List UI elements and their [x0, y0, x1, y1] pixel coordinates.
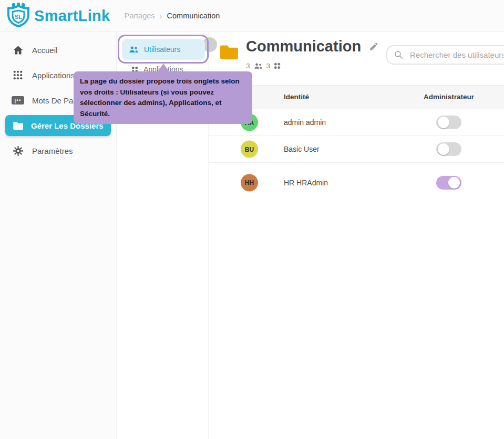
folder-stats: 3 3: [246, 62, 281, 70]
tour-tooltip: La page du dossier propose trois onglets…: [74, 71, 252, 124]
sidebar-item-parametres[interactable]: Paramètres: [0, 138, 116, 163]
avatar: HH: [241, 174, 258, 191]
app-window: SL SmartLink Partages › Communication Ac…: [0, 0, 504, 439]
search-box: [386, 45, 504, 65]
smartlink-shield-logo-icon: SL: [4, 3, 33, 29]
users-count-icon: [254, 62, 263, 69]
toggle-knob: [438, 143, 449, 155]
search-input[interactable]: [409, 50, 504, 60]
users-table: AA admin admin BU Basic User HH HR HRAdm…: [209, 109, 504, 202]
gear-icon: [12, 145, 24, 156]
apps-count-icon: [274, 62, 281, 69]
table-row: BU Basic User: [209, 136, 504, 163]
brand-link[interactable]: SL SmartLink: [4, 3, 110, 29]
home-icon: [12, 45, 24, 56]
breadcrumb-current: Communication: [167, 12, 220, 20]
toggle-knob: [448, 177, 460, 189]
search-icon: [394, 50, 404, 60]
sidebar-item-label: Accueil: [32, 46, 57, 55]
breadcrumb: Partages › Communication: [125, 12, 220, 20]
tab-utilisateurs[interactable]: Utilisateurs: [122, 39, 205, 60]
users-count: 3: [246, 62, 250, 70]
avatar: BU: [241, 141, 258, 158]
sidebar-item-accueil[interactable]: Accueil: [0, 37, 116, 62]
folder-title-row: Communication: [246, 38, 379, 55]
user-name: Basic User: [284, 145, 320, 153]
tab-label: Utilisateurs: [144, 45, 180, 54]
folder-icon-large: [220, 44, 238, 61]
toggle-knob: [438, 117, 449, 128]
sidebar-item-label: Applications: [32, 71, 75, 80]
pencil-icon: [369, 41, 379, 51]
page-title: Communication: [246, 38, 361, 55]
table-header: Identité Administrateur: [209, 85, 504, 109]
column-header-identite: Identité: [284, 93, 309, 101]
sidebar-item-label: Paramètres: [32, 147, 73, 155]
user-name: HR HRAdmin: [284, 179, 328, 187]
tooltip-text: La page du dossier propose trois onglets…: [80, 77, 240, 118]
admin-toggle[interactable]: [436, 176, 461, 190]
top-bar: SL SmartLink Partages › Communication: [0, 0, 504, 32]
edit-title-button[interactable]: [369, 41, 379, 51]
table-row: AA admin admin: [209, 109, 504, 136]
tooltip-arrow-icon: [158, 64, 169, 71]
table-row: HH HR HRAdmin: [209, 163, 504, 202]
admin-toggle[interactable]: [436, 116, 461, 129]
apps-count: 3: [266, 62, 271, 70]
breadcrumb-separator-icon: ›: [160, 12, 162, 20]
folder-icon: [12, 121, 24, 130]
column-header-administrateur: Administrateur: [424, 93, 474, 101]
apps-grid-icon: [12, 70, 24, 80]
users-icon: [129, 46, 139, 53]
admin-toggle[interactable]: [436, 142, 461, 156]
password-icon: |**: [12, 96, 24, 104]
brand-name: SmartLink: [34, 7, 110, 25]
breadcrumb-parent[interactable]: Partages: [125, 12, 155, 20]
main-content: Communication 3 3: [209, 32, 504, 439]
user-name: admin admin: [284, 118, 326, 127]
svg-text:SL: SL: [15, 14, 22, 20]
